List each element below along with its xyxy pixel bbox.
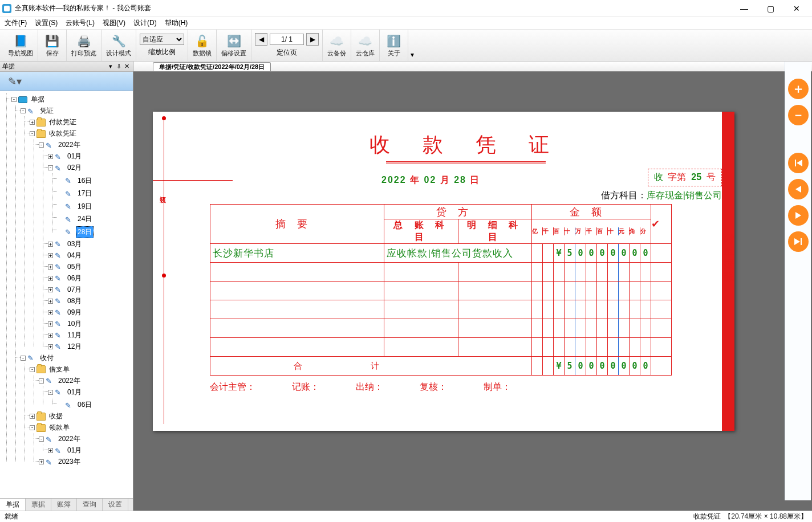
tree-cashnote-2023[interactable]: +2023年 [39, 456, 82, 467]
menu-help[interactable]: 帮助(H) [165, 18, 188, 28]
window-title: 全真账本软件—我的私账专家！ - 我公司账套 [15, 3, 151, 13]
debit-account: 借方科目：库存现金|销售公司 [210, 190, 722, 202]
tree-m03[interactable]: +03月 [48, 239, 83, 250]
tree-m04[interactable]: +04月 [48, 250, 83, 261]
tree-income[interactable]: +收据 [30, 411, 64, 422]
nav-icon: 📘 [13, 33, 29, 49]
document-area: 单据/凭证/收款凭证/2022年/02月/28日 ▾ ✕ 装订线 附单据张 收 … [133, 62, 812, 511]
minimize-button[interactable]: — [731, 0, 757, 17]
toolbar-overflow[interactable]: ▾ [408, 30, 416, 61]
tree-d24[interactable]: 24日 [57, 214, 94, 225]
foot-jz: 记账： [292, 381, 319, 393]
tree-m06[interactable]: +06月 [48, 273, 83, 284]
tree-m09[interactable]: +09月 [48, 307, 83, 318]
tree-root[interactable]: -单据 [11, 94, 46, 105]
lock-icon: 🔓 [194, 33, 210, 49]
tree-view[interactable]: -单据 -凭证 +付款凭证 -收款凭证 -2022年 +01月 [0, 91, 133, 498]
toolbar-cloud-backup[interactable]: ☁️ 云备份 [323, 30, 351, 61]
info-icon: ℹ️ [386, 33, 402, 49]
zoom-out-button[interactable]: － [788, 105, 809, 125]
right-float-toolbar: ＋ － [785, 62, 811, 500]
tree-m07[interactable]: +07月 [48, 284, 83, 295]
tree-d17[interactable]: 17日 [57, 188, 94, 199]
tree-loan-m01[interactable]: -01月 [48, 387, 83, 398]
page-prev-button[interactable]: ◀ [255, 33, 267, 46]
cloud-db-icon: ☁️ [358, 33, 373, 49]
voucher-date: 2022 年 02 月 28 日 [381, 174, 480, 186]
tree-m12[interactable]: +12月 [48, 341, 83, 352]
toolbar-data-lock[interactable]: 🔓 数据锁 [188, 30, 217, 61]
side-tab-dan[interactable]: 单据 [0, 499, 26, 511]
side-tab-piao[interactable]: 票据 [26, 499, 51, 511]
tree-payment[interactable]: +付款凭证 [30, 117, 78, 128]
pencil-icon[interactable]: ✎▾ [8, 75, 22, 88]
tree-receipt[interactable]: -收款凭证 [30, 128, 78, 139]
side-tab-zhang[interactable]: 账簿 [51, 499, 77, 511]
page-next-button[interactable]: ▶ [306, 33, 319, 46]
menu-design[interactable]: 设计(D) [133, 18, 157, 28]
toolbar: 📘 导航视图 💾 保存 🖨️ 打印预览 🔧 设计模式 自适应 缩放比例 🔓 数据… [0, 30, 812, 62]
tree-d28[interactable]: 28日 [57, 226, 94, 238]
toolbar-cloud-store[interactable]: ☁️ 云仓库 [351, 30, 380, 61]
maximize-button[interactable]: ▢ [757, 0, 783, 17]
tree-cashnote-2022[interactable]: -2022年 [39, 434, 82, 444]
menu-cloud[interactable]: 云账号(L) [66, 18, 95, 28]
toolbar-nav-view[interactable]: 📘 导航视图 [3, 30, 38, 61]
last-record-button[interactable] [788, 231, 809, 252]
tree-loan[interactable]: -借支单 [30, 364, 71, 375]
side-tab-cha[interactable]: 查询 [77, 499, 103, 511]
th-ming: 明 细 科 目 [458, 219, 531, 244]
toolbar-nav-label: 导航视图 [8, 49, 33, 58]
tree-m01[interactable]: +01月 [48, 151, 83, 162]
zoom-combo[interactable]: 自适应 [140, 34, 184, 45]
menu-view[interactable]: 视图(V) [103, 18, 125, 28]
side-tab-set[interactable]: 设置 [103, 499, 128, 511]
toolbar-about[interactable]: ℹ️ 关于 [380, 30, 408, 61]
side-edit-bar: ✎▾ [0, 72, 133, 91]
tree-m11[interactable]: +11月 [48, 330, 83, 341]
side-dropdown[interactable]: ▾ [107, 63, 115, 70]
attachment-vertical-text: 附单据张 [720, 226, 736, 276]
toolbar-page-group: ◀ ▶ 定位页 [251, 30, 323, 61]
side-pin[interactable]: ⇩ [115, 63, 123, 70]
side-close[interactable]: ✕ [123, 63, 131, 70]
voucher-footer: 会计主管： 记账： 出纳： 复核： 制单： [210, 381, 722, 393]
tree-cashnote-m01[interactable]: +01月 [48, 445, 83, 456]
document-tab-bar: 单据/凭证/收款凭证/2022年/02月/28日 ▾ ✕ [133, 62, 812, 72]
toolbar-save[interactable]: 💾 保存 [38, 30, 67, 61]
toolbar-locate-label: 定位页 [255, 48, 319, 58]
tree-m02[interactable]: -02月 [48, 162, 83, 173]
prev-record-button[interactable] [788, 179, 809, 199]
tree-m10[interactable]: +10月 [48, 319, 83, 329]
toolbar-zoom-label: 缩放比例 [140, 47, 184, 57]
toolbar-cloudstore-label: 云仓库 [356, 49, 375, 58]
tree-m05[interactable]: +05月 [48, 262, 83, 272]
next-record-button[interactable] [788, 205, 809, 226]
tree-loan-d06[interactable]: 06日 [57, 399, 94, 410]
tree-2022[interactable]: -2022年 [39, 140, 82, 150]
toolbar-offset-settings[interactable]: ↔️ 偏移设置 [217, 30, 251, 61]
tree-cashnote[interactable]: -领款单 [30, 422, 71, 433]
menu-settings[interactable]: 设置(S) [35, 18, 58, 28]
tree-d16[interactable]: 16日 [57, 176, 94, 186]
zoom-in-button[interactable]: ＋ [788, 79, 809, 99]
menu-file[interactable]: 文件(F) [5, 18, 27, 28]
foot-zd: 制单： [484, 381, 511, 393]
tree-d19[interactable]: 19日 [57, 201, 94, 212]
document-tab[interactable]: 单据/凭证/收款凭证/2022年/02月/28日 [153, 62, 271, 71]
tree-m08[interactable]: +08月 [48, 296, 83, 307]
toolbar-design-mode[interactable]: 🔧 设计模式 [102, 30, 136, 61]
voucher-title: 收 款 凭 证 [210, 131, 722, 159]
tree-receipts-pay[interactable]: -收付 [21, 353, 55, 364]
first-record-button[interactable] [788, 153, 809, 173]
canvas[interactable]: 装订线 附单据张 收 款 凭 证 x 2022 年 02 月 28 日 收 [133, 72, 812, 511]
page-of-input[interactable] [270, 34, 304, 45]
toolbar-save-label: 保存 [46, 49, 59, 58]
side-header: 单据 ▾ ⇩ ✕ [0, 62, 133, 72]
th-credit: 贷方 [384, 205, 532, 219]
toolbar-print-preview[interactable]: 🖨️ 打印预览 [67, 30, 102, 61]
tree-loan-2022[interactable]: -2022年 [39, 376, 82, 386]
close-button[interactable]: ✕ [783, 0, 810, 17]
arrows-icon: ↔️ [226, 33, 242, 49]
tree-voucher[interactable]: -凭证 [21, 105, 55, 116]
